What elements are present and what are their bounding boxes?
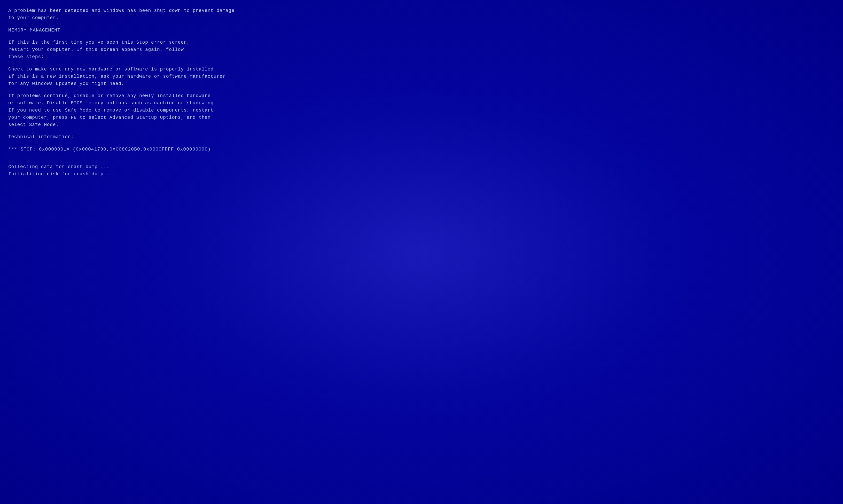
spacer-1: [8, 22, 835, 27]
para3-line4: your computer, press F8 to select Advanc…: [8, 114, 835, 121]
para1-line1: If this is the first time you've seen th…: [8, 39, 835, 46]
para2-line2: If this is a new installation, ask your …: [8, 73, 835, 80]
header-line1: A problem has been detected and windows …: [8, 7, 835, 15]
collecting-line: Collecting data for crash dump ...: [8, 163, 835, 171]
spacer-5: [8, 129, 835, 134]
spacer-2: [8, 34, 835, 39]
para3-line1: If problems continue, disable or remove …: [8, 92, 835, 100]
para2-line1: Check to make sure any new hardware or s…: [8, 66, 835, 73]
bsod-screen: A problem has been detected and windows …: [0, 0, 843, 504]
spacer-7: [8, 153, 835, 158]
initializing-line: Initializing disk for crash dump ...: [8, 171, 835, 178]
para1-line2: restart your computer. If this screen ap…: [8, 46, 835, 53]
para3-line3: If you need to use Safe Mode to remove o…: [8, 107, 835, 114]
error-code: MEMORY_MANAGEMENT: [8, 27, 835, 34]
spacer-3: [8, 61, 835, 66]
tech-label: Technical information:: [8, 133, 835, 141]
para2-line3: for any windows updates you might need.: [8, 80, 835, 88]
para3-line2: or software. Disable BIOS memory options…: [8, 100, 835, 107]
header-line2: to your computer.: [8, 15, 835, 22]
stop-line: *** STOP: 0x0000001A (0x00041790,0xC0802…: [8, 146, 835, 153]
spacer-4: [8, 87, 835, 92]
para3-line5: select Safe Mode.: [8, 121, 835, 129]
spacer-8: [8, 158, 835, 163]
spacer-6: [8, 141, 835, 146]
bsod-content: A problem has been detected and windows …: [8, 7, 835, 178]
para1-line3: these steps:: [8, 53, 835, 61]
